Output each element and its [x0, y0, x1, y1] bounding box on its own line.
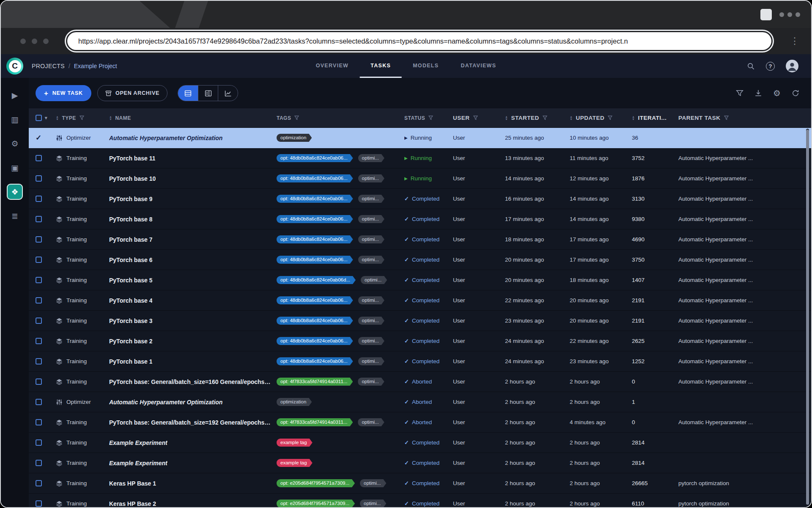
tag[interactable]: opt: 4f7833ca5fd74914a0311... — [277, 418, 353, 426]
sidebar-item-getting-started[interactable]: ▶ — [7, 87, 23, 103]
breadcrumb-current-project[interactable]: Example Project — [74, 63, 117, 69]
tag[interactable]: opt: 48db0b8a6c824ce0ab06... — [277, 357, 353, 365]
tag[interactable]: optimi... — [358, 174, 384, 182]
tag[interactable]: optimi... — [358, 154, 384, 162]
task-row[interactable]: Training PyTorch base 1 opt: 48db0b8a6c8… — [29, 351, 811, 372]
task-row[interactable]: Training Keras HP Base 2 opt: e205d684f7… — [29, 494, 811, 507]
tag[interactable]: opt: 48db0b8a6c824ce0ab06... — [277, 215, 353, 223]
sidebar-item-queues[interactable]: ▥ — [7, 111, 23, 127]
row-checkbox[interactable] — [36, 297, 42, 304]
tag[interactable]: opt: 48db0b8a6c824ce0ab06... — [277, 256, 353, 264]
task-row[interactable]: Training PyTorch base: General/batch_siz… — [29, 372, 811, 392]
tag[interactable]: optimi... — [361, 276, 387, 284]
help-icon[interactable]: ? — [766, 62, 775, 71]
column-header-started[interactable]: ▲▼STARTED — [505, 115, 570, 121]
task-name[interactable]: Example Experiment — [109, 439, 167, 446]
new-task-button[interactable]: + NEW TASK — [36, 85, 91, 101]
task-row[interactable]: Training PyTorch base 11 opt: 48db0b8a6c… — [29, 148, 811, 168]
tag[interactable]: opt: 48db0b8a6c824ce0ab06... — [277, 154, 353, 162]
avatar[interactable] — [786, 60, 798, 72]
task-name[interactable]: Keras HP Base 2 — [109, 500, 156, 507]
row-checkbox[interactable] — [36, 257, 42, 263]
row-checkbox[interactable] — [36, 358, 42, 364]
row-checkbox[interactable] — [36, 175, 42, 182]
row-checkbox[interactable] — [36, 155, 42, 161]
tag[interactable]: opt: 4f7833ca5fd74914a0311... — [277, 378, 353, 386]
tag[interactable]: optimi... — [358, 378, 384, 386]
filter-icon[interactable] — [473, 116, 478, 120]
task-row[interactable]: Training PyTorch base 6 opt: 48db0b8a6c8… — [29, 250, 811, 270]
clear-filters-icon[interactable] — [736, 89, 743, 97]
tag[interactable]: optimi... — [358, 215, 384, 223]
row-checkbox[interactable] — [36, 480, 42, 486]
tab-dataviews[interactable]: DATAVIEWS — [450, 54, 507, 78]
task-row[interactable]: Training PyTorch base 3 opt: 48db0b8a6c8… — [29, 311, 811, 331]
tag[interactable]: optimi... — [358, 337, 384, 345]
task-row[interactable]: Training PyTorch base 10 opt: 48db0b8a6c… — [29, 168, 811, 189]
task-name[interactable]: Example Experiment — [109, 460, 167, 467]
task-name[interactable]: PyTorch base 3 — [109, 318, 152, 324]
tag[interactable]: opt: e205d684f7954571a7309... — [277, 479, 355, 487]
tag[interactable]: optimization — [277, 398, 312, 406]
task-row[interactable]: Training PyTorch base 5 opt: 48db0b8a6c8… — [29, 270, 811, 290]
row-checkbox[interactable] — [36, 439, 42, 446]
sidebar-item-pipelines[interactable]: ≣ — [7, 208, 23, 224]
task-name[interactable]: PyTorch base 9 — [109, 196, 152, 202]
row-checkbox[interactable] — [36, 419, 42, 425]
task-name[interactable]: PyTorch base: General/batch_size=192 Gen… — [109, 419, 272, 426]
tag[interactable]: optimi... — [358, 296, 384, 304]
tag[interactable]: opt: 48db0b8a6c824ce0ab06... — [277, 235, 353, 243]
chevron-down-icon[interactable]: ▾ — [45, 115, 47, 121]
task-name[interactable]: PyTorch base 6 — [109, 257, 152, 263]
task-row[interactable]: Training PyTorch base 7 opt: 48db0b8a6c8… — [29, 229, 811, 250]
column-header-type[interactable]: ▲▼TYPE — [56, 115, 109, 121]
column-header-select[interactable]: ▾ — [36, 115, 56, 121]
row-checkbox[interactable] — [36, 216, 42, 222]
tag[interactable]: optimi... — [360, 479, 386, 487]
tag[interactable]: optimi... — [358, 317, 384, 325]
tag[interactable]: opt: 48db0b8a6c824ce0ab06... — [277, 317, 353, 325]
tag[interactable]: optimi... — [358, 235, 384, 243]
sort-icon[interactable]: ▲▼ — [505, 116, 508, 121]
task-row[interactable]: Training PyTorch base 9 opt: 48db0b8a6c8… — [29, 189, 811, 209]
column-header-updated[interactable]: ▲▼UPDATED — [570, 115, 632, 121]
browser-menu-icon[interactable]: ⋮ — [790, 36, 799, 46]
tag[interactable]: opt: 48db0b8a6c824ce0ab06d... — [277, 276, 356, 284]
task-row[interactable]: Training PyTorch base 4 opt: 48db0b8a6c8… — [29, 290, 811, 311]
row-checkbox[interactable] — [36, 196, 42, 202]
chart-view-button[interactable] — [218, 86, 238, 101]
sort-icon[interactable]: ▲▼ — [632, 116, 635, 121]
row-checkbox[interactable] — [36, 399, 42, 405]
task-name[interactable]: Automatic Hyperparameter Optimization — [109, 135, 222, 141]
task-name[interactable]: PyTorch base 10 — [109, 175, 156, 182]
download-icon[interactable] — [754, 89, 762, 97]
filter-icon[interactable] — [80, 116, 84, 120]
table-view-button[interactable] — [178, 86, 198, 101]
task-name[interactable]: PyTorch base 4 — [109, 297, 152, 304]
url-text[interactable]: https://app.clear.ml/projects/2043a1657f… — [78, 37, 628, 45]
task-name[interactable]: PyTorch base 2 — [109, 338, 152, 345]
window-buttons[interactable] — [20, 39, 49, 44]
filter-icon[interactable] — [543, 116, 547, 120]
url-bar[interactable]: https://app.clear.ml/projects/2043a1657f… — [67, 32, 771, 50]
task-row[interactable]: Training PyTorch base: General/batch_siz… — [29, 412, 811, 433]
settings-gear-icon[interactable]: ⚙ — [773, 89, 781, 97]
column-header-iter[interactable]: ▲▼ITERATI... — [632, 115, 678, 121]
filter-icon[interactable] — [428, 116, 433, 120]
tab-overview[interactable]: OVERVIEW — [305, 54, 360, 78]
row-checkbox[interactable] — [36, 500, 42, 507]
sort-icon[interactable]: ▲▼ — [570, 116, 573, 121]
select-all-checkbox[interactable] — [36, 115, 42, 121]
browser-extension-icon[interactable] — [760, 9, 772, 20]
tab-tasks[interactable]: TASKS — [359, 54, 402, 78]
tag[interactable]: example tag — [277, 459, 313, 467]
sidebar-item-datasets[interactable]: ▣ — [7, 160, 23, 176]
task-name[interactable]: PyTorch base 1 — [109, 358, 152, 365]
task-name[interactable]: PyTorch base 5 — [109, 277, 152, 284]
row-checkbox[interactable] — [36, 378, 42, 385]
tag[interactable]: opt: 48db0b8a6c824ce0ab06... — [277, 195, 353, 203]
tag[interactable]: opt: e205d684f7954571a7309... — [277, 500, 355, 507]
row-checkbox[interactable]: ✓ — [36, 133, 41, 142]
tag[interactable]: optimization — [277, 134, 312, 142]
column-header-name[interactable]: ▲▼NAME — [109, 115, 277, 121]
